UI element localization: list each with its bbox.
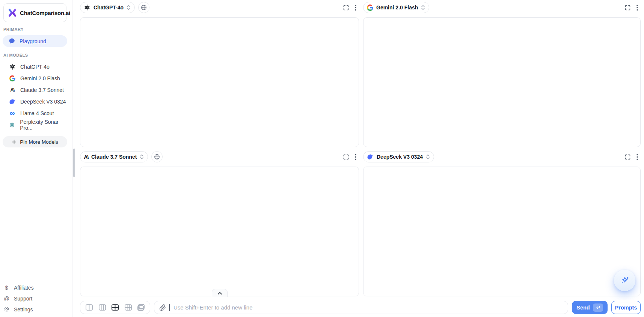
panel-header: ChatGPT-4o [80,2,359,13]
prompts-button[interactable]: Prompts [611,301,641,314]
meta-icon: ∞ [9,111,16,115]
sidebar-model-gemini[interactable]: Gemini 2.0 Flash [3,72,70,84]
scrollbar-thumb[interactable] [73,149,75,177]
chat-bubble-icon [9,38,15,44]
fullscreen-button[interactable] [624,5,631,11]
layout-switcher [80,301,150,314]
model-label: Claude 3.7 Sonnet [20,87,64,93]
panel-header: A\ Claude 3.7 Sonnet [80,151,359,162]
sidebar-item-label: Playground [20,38,46,44]
selected-model-label: ChatGPT-4o [94,5,124,11]
footer-item-label: Support [14,296,32,302]
chevron-up-down-icon [426,154,430,160]
globe-icon [141,5,147,11]
panel-actions [343,5,359,11]
kebab-menu-button[interactable] [636,154,638,160]
composer-bar: Send Prompts [80,301,641,314]
panel-actions [624,154,641,160]
sidebar-model-llama[interactable]: ∞ Llama 4 Scout [3,107,70,119]
panel-actions [624,5,641,11]
chat-output-area [80,167,359,296]
openai-icon [9,63,16,70]
selected-model-label: Claude 3.7 Sonnet [91,154,137,160]
deepseek-icon [367,153,374,160]
web-search-toggle[interactable] [151,151,163,162]
logo-icon [8,8,17,17]
model-label: Perplexity Sonar Pro... [20,119,70,131]
chevron-up-down-icon [140,154,144,160]
panel-actions [343,154,359,160]
deepseek-icon [9,98,16,105]
model-label: Gemini 2.0 Flash [20,75,60,81]
image-layout-icon[interactable] [137,303,145,311]
gear-icon [3,306,10,312]
sidebar-item-playground[interactable]: Playground [3,35,67,47]
chat-output-area [80,17,359,147]
fullscreen-button[interactable] [343,5,349,11]
model-label: Llama 4 Scout [20,110,54,116]
layout-grid-3x2-icon[interactable] [124,303,132,311]
layout-grid-2x2-icon[interactable] [111,303,119,311]
sidebar-model-claude[interactable]: A\ Claude 3.7 Sonnet [3,84,70,96]
chat-output-area [363,167,641,296]
model-select-dropdown[interactable]: DeepSeek V3 0324 [363,151,434,162]
send-button-label: Send [576,305,590,311]
primary-section-label: PRIMARY [3,27,24,32]
sidebar-model-deepseek[interactable]: DeepSeek V3 0324 [3,96,70,107]
text-caret [169,304,170,311]
model-select-dropdown[interactable]: Gemini 2.0 Flash [363,2,429,13]
fullscreen-button[interactable] [624,154,631,160]
send-button[interactable]: Send [572,301,608,314]
globe-icon [154,154,160,160]
enter-key-icon [593,303,603,312]
fullscreen-button[interactable] [343,154,349,160]
sidebar-footer: $ Affiliates @ Support Settings [3,282,67,315]
layout-2-columns-icon[interactable] [85,303,93,311]
sparkle-icon [620,275,630,286]
model-select-dropdown[interactable]: A\ Claude 3.7 Sonnet [80,151,148,162]
sidebar-item-settings[interactable]: Settings [3,304,67,315]
openai-icon [84,4,90,11]
plus-icon [12,140,17,144]
paperclip-icon[interactable] [159,304,166,311]
pin-more-models-label: Pin More Models [20,139,58,145]
chevron-up-down-icon [421,5,425,11]
sidebar-model-chatgpt[interactable]: ChatGPT-4o [3,61,70,72]
collapse-expand-button[interactable] [212,289,228,297]
sidebar: ChatComparison.ai PRIMARY Playground AI … [0,0,72,317]
pin-more-models-button[interactable]: Pin More Models [3,136,67,147]
panel-header: Gemini 2.0 Flash [363,2,641,13]
web-search-toggle[interactable] [138,2,149,13]
kebab-menu-button[interactable] [636,5,638,11]
sidebar-item-affiliates[interactable]: $ Affiliates [3,282,67,293]
ai-assistant-fab[interactable] [614,270,635,291]
models-section-label: AI MODELS [3,53,28,57]
model-label: ChatGPT-4o [20,64,50,70]
sidebar-model-perplexity[interactable]: Perplexity Sonar Pro... [3,119,70,131]
message-input-wrap [154,301,568,314]
footer-item-label: Settings [14,306,33,312]
kebab-menu-button[interactable] [355,5,356,11]
at-icon: @ [3,296,10,302]
layout-3-columns-icon[interactable] [98,303,106,311]
chat-output-area [363,17,641,147]
gemini-icon [367,5,373,11]
message-input[interactable] [173,304,563,311]
selected-model-label: DeepSeek V3 0324 [377,154,423,160]
model-select-dropdown[interactable]: ChatGPT-4o [80,2,135,13]
chevron-up-icon [217,291,222,295]
logo[interactable]: ChatComparison.ai [3,3,66,22]
dollar-icon: $ [3,285,10,291]
app-title: ChatComparison.ai [20,10,70,16]
selected-model-label: Gemini 2.0 Flash [376,5,418,11]
footer-item-label: Affiliates [14,285,34,291]
perplexity-icon [9,122,15,128]
gemini-icon [9,75,16,81]
panel-header: DeepSeek V3 0324 [363,151,641,162]
model-label: DeepSeek V3 0324 [20,99,66,105]
chevron-up-down-icon [127,5,131,11]
anthropic-icon: A\ [9,87,16,93]
kebab-menu-button[interactable] [355,154,356,160]
sidebar-item-support[interactable]: @ Support [3,293,67,304]
model-list: ChatGPT-4o Gemini 2.0 Flash A\ Claude 3.… [3,61,70,131]
